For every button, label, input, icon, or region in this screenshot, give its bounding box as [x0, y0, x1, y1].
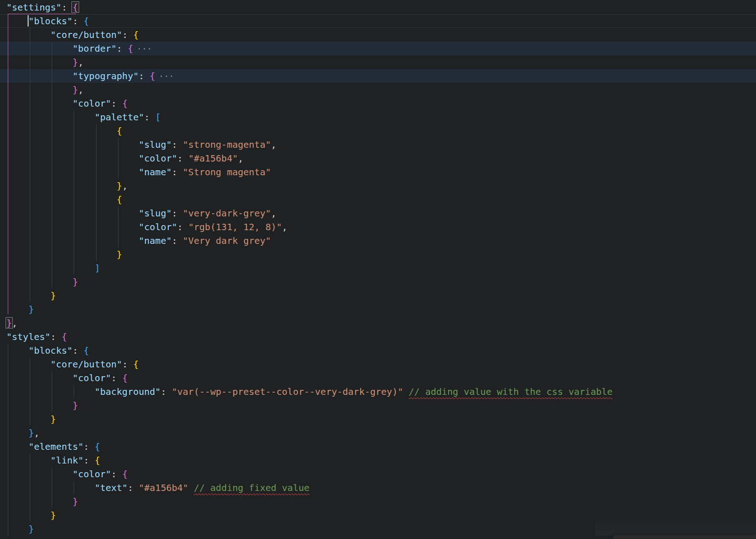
punctuation-token: : [122, 359, 133, 370]
string-value-token: "#a156b4" [188, 153, 238, 164]
code-line-15[interactable]: { [0, 193, 756, 206]
bracket-token: } [73, 84, 78, 95]
punctuation-token: , [238, 153, 243, 164]
code-line-35[interactable]: "color": { [0, 467, 756, 481]
code-line-11[interactable]: "slug": "strong-magenta", [0, 138, 756, 151]
indentation [6, 400, 73, 411]
punctuation-token: : [177, 153, 188, 164]
folded-code-ellipsis-icon[interactable]: ··· [159, 72, 174, 81]
bracket-token: } [73, 276, 78, 287]
code-line-30[interactable]: } [0, 399, 756, 412]
property-key-token: "color" [73, 98, 111, 109]
code-line-19[interactable]: } [0, 248, 756, 261]
comment-token: // adding fixed value [194, 482, 309, 493]
code-line-2[interactable]: "blocks": { [0, 14, 756, 28]
code-line-12[interactable]: "color": "#a156b4", [0, 151, 756, 165]
code-line-21[interactable]: } [0, 275, 756, 289]
code-line-7[interactable]: }, [0, 83, 756, 97]
code-line-23[interactable]: } [0, 302, 756, 316]
bracket-token: { [84, 16, 89, 27]
code-line-4[interactable]: "border": {··· [0, 42, 756, 55]
code-line-26[interactable]: "blocks": { [0, 344, 756, 357]
indentation [6, 496, 73, 507]
punctuation-token: : [117, 43, 128, 54]
bracket-token: ] [95, 263, 100, 274]
folded-code-ellipsis-icon[interactable]: ··· [137, 44, 152, 54]
bracket-token: } [28, 304, 34, 315]
code-line-5[interactable]: }, [0, 55, 756, 69]
code-line-34[interactable]: "link": { [0, 453, 756, 467]
bracket-match-box [71, 1, 79, 13]
property-key-token: "name" [139, 167, 172, 178]
indentation [6, 276, 73, 287]
code-line-1[interactable]: "settings": { [0, 0, 756, 14]
code-line-17[interactable]: "color": "rgb(131, 12, 8)", [0, 220, 756, 234]
code-line-16[interactable]: "slug": "very-dark-grey", [0, 206, 756, 220]
code-line-32[interactable]: }, [0, 426, 756, 440]
punctuation-token: : [122, 29, 133, 40]
bracket-token: { [95, 441, 100, 452]
property-key-token: "blocks" [28, 16, 72, 27]
code-line-29[interactable]: "background": "var(--wp--preset--color--… [0, 385, 756, 399]
code-line-24[interactable]: }, [0, 316, 756, 330]
indentation [6, 70, 73, 81]
property-key-token: "slug" [139, 139, 172, 150]
property-key-token: "core/button" [50, 359, 122, 370]
code-line-27[interactable]: "core/button": { [0, 357, 756, 371]
bracket-token: { [122, 98, 128, 109]
code-line-3[interactable]: "core/button": { [0, 28, 756, 42]
code-line-28[interactable]: "color": { [0, 371, 756, 385]
code-editor[interactable]: "settings": { "blocks": { "core/button":… [0, 0, 756, 539]
code-line-25[interactable]: "styles": { [0, 330, 756, 344]
code-line-36[interactable]: "text": "#a156b4" // adding fixed value [0, 481, 756, 495]
punctuation-token: : [139, 70, 150, 81]
indentation [6, 427, 28, 438]
code-line-18[interactable]: "name": "Very dark grey" [0, 234, 756, 248]
punctuation-token: : [144, 112, 155, 123]
code-line-10[interactable]: { [0, 124, 756, 138]
string-value-token: "var(--wp--preset--color--very-dark-grey… [172, 386, 403, 397]
code-line-33[interactable]: "elements": { [0, 440, 756, 453]
bracket-token: } [73, 496, 78, 507]
code-line-9[interactable]: "palette": [ [0, 110, 756, 124]
property-key-token: "slug" [139, 208, 172, 219]
code-line-13[interactable]: "name": "Strong magenta" [0, 165, 756, 179]
code-line-14[interactable]: }, [0, 179, 756, 193]
punctuation-token: : [111, 469, 122, 480]
property-key-token: "typography" [73, 70, 139, 81]
punctuation-token: : [111, 372, 122, 383]
code-line-31[interactable]: } [0, 412, 756, 426]
property-key-token: "text" [95, 482, 128, 493]
property-key-token: "border" [73, 43, 117, 54]
punctuation-token: , [78, 57, 84, 68]
punctuation-token: : [172, 167, 183, 178]
punctuation-token: : [73, 16, 84, 27]
punctuation-token: , [271, 208, 276, 219]
bracket-token: { [117, 125, 122, 136]
bracket-token: } [28, 523, 34, 534]
indentation [6, 523, 28, 534]
indentation [6, 167, 139, 178]
bracket-token: } [117, 180, 122, 191]
code-line-6[interactable]: "typography": {··· [0, 69, 756, 83]
code-area[interactable]: "settings": { "blocks": { "core/button":… [0, 0, 756, 539]
indentation [6, 290, 50, 301]
indentation [6, 345, 28, 356]
code-line-20[interactable]: ] [0, 261, 756, 275]
punctuation-token: , [122, 180, 128, 191]
bracket-token: [ [155, 112, 161, 123]
code-line-22[interactable]: } [0, 289, 756, 302]
indentation [6, 263, 95, 274]
punctuation-token: : [84, 441, 95, 452]
indentation [6, 359, 50, 370]
property-key-token: "background" [95, 386, 161, 397]
code-line-37[interactable]: } [0, 495, 756, 508]
bracket-match-box [5, 317, 13, 329]
property-key-token: "link" [50, 455, 83, 466]
property-key-token: "styles" [6, 331, 50, 342]
indentation [6, 386, 95, 397]
code-line-8[interactable]: "color": { [0, 97, 756, 110]
property-key-token: "name" [139, 235, 172, 246]
indentation [6, 235, 139, 246]
indentation [6, 304, 28, 315]
